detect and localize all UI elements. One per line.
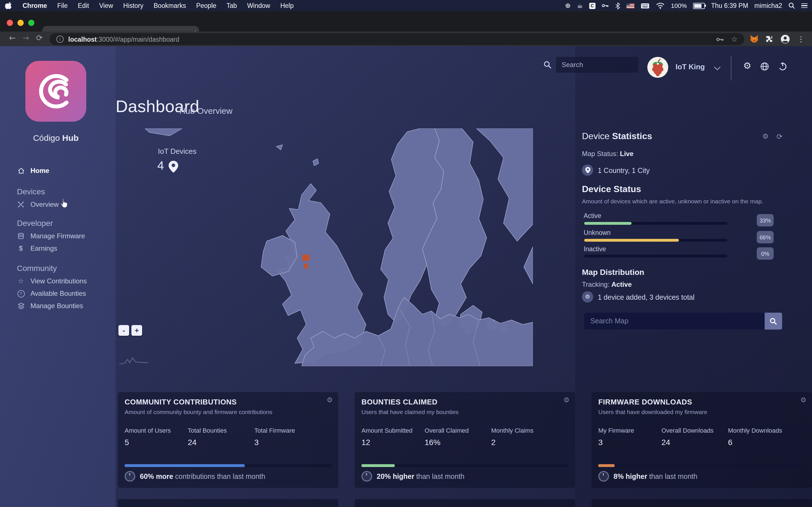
devices-note-text: 1 device added, 3 devices total [598, 293, 695, 301]
card-stat: Total Firmware3 [254, 427, 295, 447]
c-app-icon[interactable]: C [589, 3, 596, 9]
card-gear-icon[interactable]: ⚙ [800, 397, 806, 403]
menu-history[interactable]: History [123, 2, 144, 9]
apple-icon[interactable] [5, 1, 12, 10]
search-input[interactable] [556, 57, 638, 73]
sidebar-item-earnings[interactable]: $ Earnings [17, 244, 57, 252]
menu-window[interactable]: Window [247, 2, 270, 9]
user-avatar[interactable] [647, 57, 668, 78]
sidebar-item-available-bounties[interactable]: ? Available Bounties [17, 290, 86, 297]
sidebar-item-view-contributions[interactable]: ☆ View Contributions [17, 277, 87, 285]
back-button[interactable]: ← [9, 34, 15, 42]
map-search-button[interactable] [765, 313, 782, 330]
panel-refresh-icon[interactable]: ⟳ [776, 133, 783, 140]
home-icon [17, 167, 25, 174]
bar-label-active: Active [583, 212, 601, 219]
bar-track-inactive [584, 255, 727, 258]
next-row-card-peek [118, 499, 338, 507]
dollar-icon: $ [17, 244, 25, 252]
device-status-desc: Amount of devices which are active, unkn… [582, 198, 763, 205]
minimize-window-button[interactable] [17, 20, 24, 26]
menu-user[interactable]: mimicha2 [755, 2, 782, 9]
menu-help[interactable]: Help [280, 2, 294, 9]
card-gear-icon[interactable]: ⚙ [326, 397, 333, 403]
flag-icon[interactable] [626, 3, 635, 8]
menu-tab[interactable]: Tab [226, 2, 237, 9]
device-marker [302, 255, 310, 261]
europe-map[interactable] [116, 128, 533, 366]
screen-circle-icon[interactable]: ⊕ [565, 2, 571, 9]
address-bar[interactable]: i localhost:3000/#/app/main/dashboard ☆ [50, 33, 744, 45]
site-info-icon[interactable]: i [56, 36, 64, 43]
wifi-icon[interactable] [656, 2, 665, 9]
map-finland [476, 128, 533, 241]
sidebar-item-home[interactable]: Home [17, 167, 49, 175]
password-key-icon[interactable] [716, 36, 724, 43]
card-stat: Total Bounties24 [188, 427, 227, 447]
map-search-input[interactable] [584, 313, 765, 330]
map-zoom-in-button[interactable]: + [132, 325, 142, 336]
map-shetland [313, 159, 319, 166]
sidebar-item-manage-firmware[interactable]: Manage Firmware [17, 232, 85, 240]
menu-view[interactable]: View [99, 2, 113, 9]
zoom-window-button[interactable] [28, 20, 35, 26]
card-gear-icon[interactable]: ⚙ [563, 397, 569, 403]
user-name-label[interactable]: IoT King [675, 62, 705, 71]
card-footer: 8% higher than last month [598, 471, 697, 482]
star-icon: ☆ [17, 278, 25, 284]
card-footer: 60% more contributions than last month [124, 471, 265, 482]
devices-icon [17, 201, 25, 208]
card-stat: Amount of Users5 [124, 427, 171, 447]
tab-strip: Código Hub × + [0, 11, 812, 32]
spotlight-icon[interactable] [788, 2, 795, 9]
trend-icon [598, 471, 609, 482]
close-window-button[interactable] [7, 20, 13, 26]
card-title: BOUNTIES CLAIMED [361, 398, 438, 406]
menu-chrome[interactable]: Chrome [22, 2, 47, 9]
menu-edit[interactable]: Edit [78, 2, 89, 9]
globe-icon[interactable] [760, 62, 769, 71]
notification-list-icon[interactable] [801, 3, 808, 8]
map-zoom-out-button[interactable]: - [118, 325, 129, 336]
extensions-puzzle-icon[interactable] [766, 35, 773, 43]
brand-title: Código Hub [0, 133, 112, 143]
metamask-fox-icon[interactable] [750, 35, 758, 43]
settings-gear-icon[interactable]: ⚙ [743, 61, 751, 70]
menu-people[interactable]: People [196, 2, 216, 9]
map-pin-icon [168, 161, 178, 173]
card-stat: Monthly Downloads6 [728, 427, 782, 447]
bluetooth-icon[interactable] [615, 2, 620, 9]
panel-settings-gear-icon[interactable]: ⚙ [762, 133, 769, 140]
card-stat: Monthly Claims2 [491, 427, 534, 447]
keyboard-icon[interactable] [641, 3, 650, 9]
bookmark-star-icon[interactable]: ☆ [731, 36, 738, 43]
menu-file[interactable]: File [57, 2, 68, 9]
reload-button[interactable]: ⟳ [36, 34, 43, 42]
bar-track-active [584, 222, 727, 225]
url-text[interactable]: localhost:3000/#/app/main/dashboard [68, 36, 179, 43]
url-path: :3000/#/app/main/dashboard [97, 36, 179, 43]
card-footer: 20% higher than last month [361, 471, 464, 482]
hand-icon[interactable]: ☕ [577, 2, 583, 9]
forward-button[interactable]: → [22, 34, 29, 42]
browser-profile-icon[interactable] [780, 34, 790, 44]
device-status-title: Device Status [582, 184, 641, 194]
sidebar-section-community: Community [17, 264, 57, 273]
card-stat: Amount Submitted12 [361, 427, 412, 447]
card-progress-track [361, 464, 568, 467]
card-progress-fill [361, 464, 395, 467]
panel-title: Device Statistics [582, 131, 652, 142]
bar-track-unknown [584, 239, 727, 242]
keychain-icon[interactable] [602, 2, 609, 9]
url-host: localhost [68, 36, 97, 43]
menu-clock[interactable]: Thu 6:39 PM [711, 2, 748, 9]
sidebar-item-manage-bounties[interactable]: Manage Bounties [17, 302, 83, 310]
browser-menu-dots-icon[interactable]: ⋮ [797, 35, 805, 43]
menu-bookmarks[interactable]: Bookmarks [154, 2, 186, 9]
codigo-hub-logo[interactable] [26, 61, 86, 122]
power-icon[interactable] [778, 61, 787, 71]
question-icon: ? [17, 290, 25, 297]
mini-sparkline [119, 355, 149, 365]
devices-note-gear-badge: ⚙ [582, 291, 593, 302]
sidebar-item-overview[interactable]: Overview [17, 201, 59, 209]
